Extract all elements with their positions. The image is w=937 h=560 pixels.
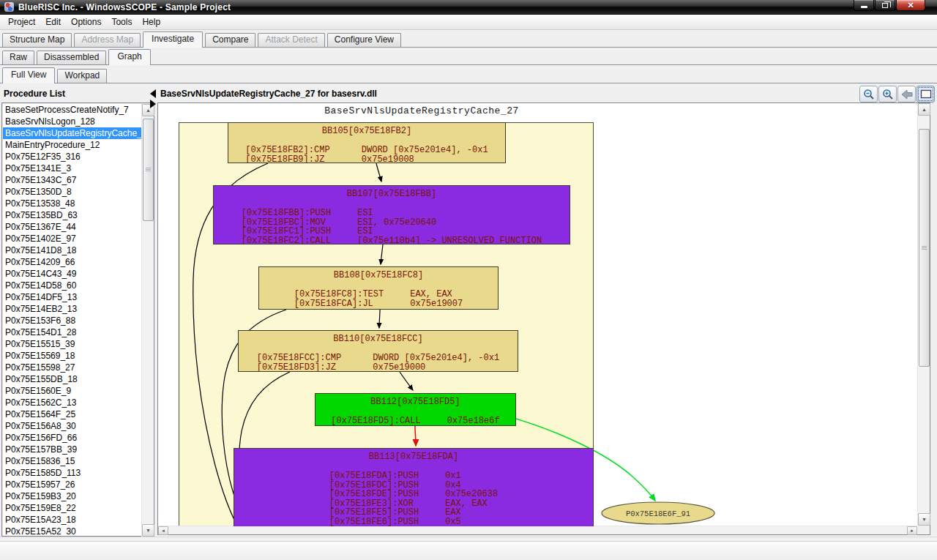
scroll-left-button[interactable]: ◄	[158, 526, 168, 535]
scroll-down-button[interactable]: ▼	[918, 513, 930, 526]
menu-help[interactable]: Help	[137, 15, 165, 29]
procedure-item[interactable]: P0x75E12F35_316	[3, 151, 141, 163]
panel-splitter[interactable]	[150, 89, 157, 110]
canvas-vertical-scrollbar[interactable]: ▲ ▼	[917, 103, 930, 526]
back-button[interactable]	[897, 86, 916, 102]
tab-raw[interactable]: Raw	[2, 51, 34, 64]
back-arrow-icon	[901, 89, 913, 100]
procedure-item[interactable]: BaseSrvNlsUpdateRegistryCache_27	[3, 127, 141, 139]
block-title: BB108[0x75E18FC8]	[259, 267, 498, 280]
procedure-item[interactable]: P0x75E1341E_3	[3, 163, 141, 174]
procedure-item[interactable]: P0x75E159E8_22	[3, 502, 141, 514]
procedure-item[interactable]: P0x75E156FD_66	[3, 432, 141, 444]
tab-configure-view[interactable]: Configure View	[327, 33, 401, 47]
menu-bar: ProjectEditOptionsToolsHelp	[0, 15, 937, 30]
fit-view-button[interactable]	[917, 86, 935, 102]
procedure-item[interactable]: P0x75E155DB_18	[3, 373, 141, 385]
expand-right-icon[interactable]	[150, 100, 156, 108]
procedure-listbox: BaseSetProcessCreateNotify_7BaseSrvNlsLo…	[1, 102, 154, 537]
graph-block-BB110[interactable]: BB110[0x75E18FCC][0x75E18FCC]:CMP DWORD …	[238, 330, 518, 372]
tab-disassembled[interactable]: Disassembled	[37, 51, 106, 64]
menu-options[interactable]: Options	[66, 15, 106, 29]
procedure-item[interactable]: P0x75E153F6_88	[3, 315, 141, 326]
close-icon: ✕	[907, 1, 914, 10]
procedure-item[interactable]: P0x75E1350D_8	[3, 186, 141, 198]
procedure-item[interactable]: P0x75E154D1_28	[3, 326, 141, 338]
tab-full-view[interactable]: Full View	[2, 67, 55, 83]
procedure-item[interactable]: P0x75E15515_39	[3, 338, 141, 350]
block-title: BB105[0x75E18FB2]	[228, 123, 505, 136]
scroll-thumb[interactable]	[143, 119, 154, 221]
menu-tools[interactable]: Tools	[106, 15, 137, 29]
tab-structure-map[interactable]: Structure Map	[2, 33, 72, 47]
procedure-list-title: Procedure List	[4, 89, 65, 99]
scroll-right-button[interactable]: ►	[907, 526, 917, 535]
graph-content: BaseSrvNlsUpdateRegistryCache_27 P0x75E1…	[158, 103, 917, 526]
procedure-item[interactable]: BaseSrvNlsLogon_128	[3, 116, 141, 127]
procedure-item[interactable]: P0x75E159B3_20	[3, 490, 141, 502]
tab-graph[interactable]: Graph	[108, 49, 150, 65]
procedure-item[interactable]: P0x75E14D58_60	[3, 280, 141, 291]
procedure-item[interactable]: P0x75E15569_18	[3, 350, 141, 362]
procedure-item[interactable]: P0x75E14209_66	[3, 256, 141, 268]
procedure-item[interactable]: P0x75E141D8_18	[3, 244, 141, 256]
procedure-item[interactable]: P0x75E1343C_67	[3, 174, 141, 186]
graph-block-BB105[interactable]: BB105[0x75E18FB2][0x75E18FB2]:CMP DWORD …	[228, 122, 506, 163]
procedure-item[interactable]: P0x75E1402E_97	[3, 233, 141, 244]
procedure-item[interactable]: P0x75E14EB2_13	[3, 303, 141, 315]
zoom-out-icon	[863, 89, 875, 100]
block-code: [0x75E18FD5]:CALL 0x75e18e6f	[331, 417, 499, 426]
close-button[interactable]: ✕	[896, 0, 925, 11]
procedure-item[interactable]: P0x75E1560E_9	[3, 385, 141, 397]
procedure-item[interactable]: P0x75E15A23_18	[3, 514, 141, 526]
canvas-horizontal-scrollbar[interactable]: ◄ ►	[158, 526, 917, 534]
block-code: [0x75E18FC8]:TEST EAX, EAX [0x75E18FCA]:…	[294, 290, 463, 308]
procedure-item[interactable]: P0x75E156A8_30	[3, 420, 141, 432]
scroll-thumb[interactable]	[919, 129, 930, 367]
procedure-item[interactable]: P0x75E1562C_13	[3, 397, 141, 408]
main-tab-strip: Structure MapAddress MapInvestigateCompa…	[0, 31, 937, 48]
scrollbar-corner	[917, 526, 930, 534]
graph-block-BB108[interactable]: BB108[0x75E18FC8][0x75E18FC8]:TEST EAX, …	[258, 266, 499, 310]
window-title: BlueRISC Inc. - WindowsSCOPE - Sample Pr…	[18, 2, 231, 12]
block-code: [0x75E18FDA]:PUSH 0x1 [0x75E18FDC]:PUSH …	[329, 471, 498, 526]
minimize-button[interactable]	[854, 0, 874, 11]
zoom-in-button[interactable]	[878, 86, 897, 102]
procedure-item[interactable]: P0x75E15598_27	[3, 362, 141, 373]
graph-block-BB113[interactable]: BB113[0x75E18FDA][0x75E18FDA]:PUSH 0x1 […	[234, 448, 594, 526]
status-bar	[0, 542, 937, 560]
procedure-item[interactable]: P0x75E14C43_49	[3, 268, 141, 280]
scroll-down-button[interactable]: ▼	[142, 524, 154, 537]
procedure-item[interactable]: P0x75E157BB_39	[3, 444, 141, 455]
procedure-item[interactable]: MainEntryProcedure_12	[3, 139, 141, 151]
procedure-item[interactable]: BaseSetProcessCreateNotify_7	[3, 104, 141, 116]
tab-workpad[interactable]: Workpad	[57, 69, 107, 83]
scroll-up-button[interactable]: ▲	[918, 103, 930, 116]
procedure-item[interactable]: P0x75E15957_26	[3, 479, 141, 490]
restore-button[interactable]	[875, 0, 895, 11]
menu-edit[interactable]: Edit	[40, 15, 66, 29]
graph-block-BB112[interactable]: BB112[0x75E18FD5][0x75E18FD5]:CALL 0x75e…	[315, 393, 516, 426]
collapse-left-icon[interactable]	[150, 89, 156, 98]
block-title: BB110[0x75E18FCC]	[239, 331, 518, 344]
graph-toolbar	[859, 86, 936, 102]
procedure-item[interactable]: P0x75E15A52_30	[3, 526, 141, 535]
procedure-item[interactable]: P0x75E1585D_113	[3, 467, 141, 479]
block-code: [0x75E18FCC]:CMP DWORD [0x75e201e4], -0x…	[257, 354, 499, 372]
tab-investigate[interactable]: Investigate	[143, 31, 203, 48]
block-title: BB113[0x75E18FDA]	[234, 449, 593, 462]
panel-divider	[0, 537, 937, 542]
procedure-list-scrollbar[interactable]: ▲ ▼	[141, 104, 154, 537]
zoom-out-button[interactable]	[859, 86, 878, 102]
tab-compare[interactable]: Compare	[205, 33, 255, 47]
procedure-item[interactable]: P0x75E1367E_44	[3, 221, 141, 233]
procedure-item[interactable]: P0x75E1564F_25	[3, 408, 141, 420]
procedure-item[interactable]: P0x75E135BD_63	[3, 209, 141, 221]
procedure-item[interactable]: P0x75E14DF5_13	[3, 291, 141, 303]
menu-project[interactable]: Project	[3, 15, 40, 29]
graph-canvas[interactable]: BaseSrvNlsUpdateRegistryCache_27 P0x75E1…	[157, 102, 930, 535]
procedure-item[interactable]: P0x75E13538_48	[3, 198, 141, 209]
graph-block-BB107[interactable]: BB107[0x75E18FBB][0x75E18FBB]:PUSH ESI […	[213, 185, 570, 244]
svg-text:P0x75E18E6F_91: P0x75E18E6F_91	[626, 509, 690, 518]
procedure-item[interactable]: P0x75E15836_15	[3, 455, 141, 467]
